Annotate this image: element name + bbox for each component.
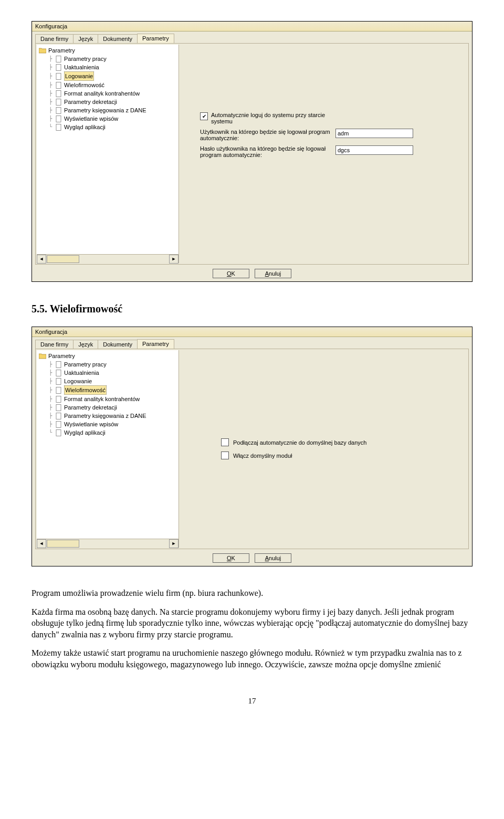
scroll-right-icon[interactable]: ► (169, 539, 178, 548)
section-heading: 5.5. Wielofirmowość (32, 303, 472, 315)
ok-button[interactable]: OK (213, 553, 249, 563)
svg-rect-2 (56, 73, 61, 79)
svg-rect-11 (56, 378, 61, 384)
svg-rect-7 (56, 116, 61, 122)
file-icon (56, 56, 62, 62)
config-dialog-wielofirmowosc: Konfiguracja Dane firmy Język Dokumenty … (32, 327, 472, 566)
svg-rect-1 (56, 64, 61, 70)
svg-rect-6 (56, 107, 61, 113)
auto-connect-db-label: Podłączaj automatycznie do domyślnej baz… (233, 439, 366, 446)
svg-rect-14 (56, 404, 61, 411)
file-icon (56, 99, 62, 106)
file-icon (56, 378, 62, 385)
auto-connect-db-checkbox[interactable] (221, 438, 229, 446)
settings-pane: Automatycznie loguj do systemu przy star… (179, 44, 468, 264)
default-module-checkbox[interactable] (221, 452, 229, 459)
scroll-thumb[interactable] (47, 255, 79, 263)
file-icon (56, 107, 62, 114)
tab-row: Dane firmy Język Dokumenty Parametry (32, 32, 472, 43)
password-field[interactable] (335, 145, 413, 155)
folder-icon (39, 47, 46, 54)
file-icon (56, 82, 62, 89)
svg-rect-10 (56, 370, 61, 376)
svg-rect-3 (56, 82, 61, 88)
tab-parametry[interactable]: Parametry (137, 339, 174, 349)
tree-root-label: Parametry (48, 352, 75, 360)
tab-dane-firmy[interactable]: Dane firmy (35, 340, 74, 349)
svg-rect-15 (56, 413, 61, 419)
param-tree[interactable]: Parametry ├Parametry pracy ├Uaktualnieni… (37, 350, 178, 539)
tree-hscrollbar[interactable]: ◄ ► (37, 254, 178, 263)
body-paragraph: Każda firma ma osobną bazę danych. Na st… (32, 606, 472, 640)
tab-jezyk[interactable]: Język (73, 340, 98, 349)
svg-rect-5 (56, 99, 61, 105)
file-icon (56, 73, 62, 80)
tree-pane: Parametry ├Parametry pracy ├Uaktualnieni… (37, 350, 179, 548)
file-icon (56, 421, 62, 428)
svg-rect-13 (56, 396, 61, 402)
body-paragraph: Możemy także ustawić start programu na u… (32, 647, 472, 670)
tab-parametry[interactable]: Parametry (137, 34, 174, 43)
folder-icon (39, 353, 46, 359)
file-icon (56, 124, 62, 131)
tree-item-wielofirmowosc[interactable]: ├Wielofirmowość (39, 385, 178, 395)
svg-rect-17 (56, 429, 61, 436)
auto-login-checkbox[interactable] (200, 112, 208, 120)
file-icon (56, 116, 62, 122)
file-icon (56, 429, 62, 436)
settings-pane: Podłączaj automatycznie do domyślnej baz… (179, 349, 468, 549)
tab-jezyk[interactable]: Język (73, 34, 98, 43)
cancel-button[interactable]: Anuluj (255, 553, 291, 563)
scroll-right-icon[interactable]: ► (169, 255, 178, 264)
svg-rect-12 (56, 387, 61, 393)
file-icon (56, 361, 62, 368)
tab-dokumenty[interactable]: Dokumenty (98, 340, 138, 349)
file-icon (56, 396, 62, 403)
tree-item-logowanie[interactable]: ├Logowanie (39, 71, 178, 81)
svg-rect-4 (56, 90, 61, 97)
file-icon (56, 413, 62, 419)
tab-row: Dane firmy Język Dokumenty Parametry (32, 337, 472, 349)
dialog-title: Konfiguracja (32, 327, 472, 337)
svg-rect-16 (56, 421, 61, 427)
config-dialog-logowanie: Konfiguracja Dane firmy Język Dokumenty … (32, 21, 472, 282)
page-number: 17 (32, 697, 472, 706)
body-paragraph: Program umożliwia prowadzenie wielu firm… (32, 587, 472, 599)
file-icon (56, 90, 62, 97)
file-icon (56, 370, 62, 376)
password-label: Hasło użytkownika na którego będzie się … (200, 145, 331, 158)
scroll-thumb[interactable] (47, 540, 79, 548)
file-icon (56, 64, 62, 71)
param-tree[interactable]: Parametry ├Parametry pracy ├Uaktualnieni… (37, 45, 178, 254)
tree-root-label: Parametry (48, 46, 75, 55)
user-field[interactable] (335, 129, 413, 138)
dialog-title: Konfiguracja (32, 22, 472, 32)
svg-rect-8 (56, 124, 61, 130)
file-icon (56, 404, 62, 411)
auto-login-label: Automatycznie loguj do systemu przy star… (211, 112, 348, 124)
file-icon (56, 387, 62, 394)
ok-button[interactable]: OK (213, 269, 249, 278)
tab-dokumenty[interactable]: Dokumenty (98, 34, 138, 43)
tree-hscrollbar[interactable]: ◄ ► (37, 539, 178, 548)
svg-rect-0 (56, 56, 61, 62)
scroll-left-icon[interactable]: ◄ (37, 539, 46, 548)
svg-rect-9 (56, 361, 61, 368)
default-module-label: Włącz domyślny moduł (233, 453, 292, 459)
scroll-left-icon[interactable]: ◄ (37, 255, 46, 264)
user-label: Użytkownik na którego będzie się logował… (200, 129, 331, 141)
tab-dane-firmy[interactable]: Dane firmy (35, 34, 74, 43)
tree-pane: Parametry ├Parametry pracy ├Uaktualnieni… (37, 45, 179, 263)
cancel-button[interactable]: Anuluj (255, 269, 291, 278)
